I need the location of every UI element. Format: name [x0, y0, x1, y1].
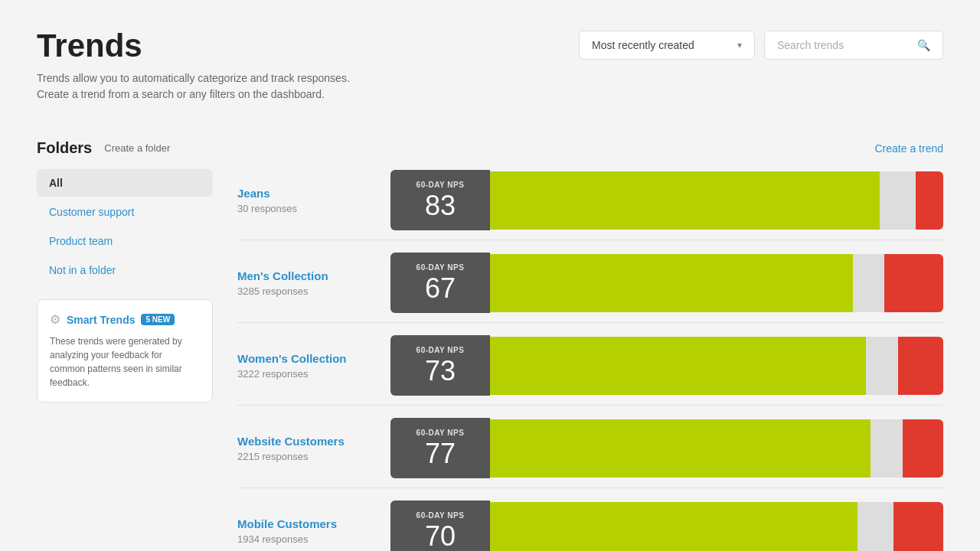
nps-score: 70 [425, 523, 456, 550]
folder-list: All Customer support Product team Not in… [37, 169, 213, 284]
new-badge: 5 NEW [141, 314, 175, 325]
nps-box: 60-DAY NPS 73 [390, 335, 490, 396]
row-divider [237, 487, 943, 488]
sort-dropdown[interactable]: Most recently created ▾ [579, 31, 755, 60]
smart-trends-card: ⚙ Smart Trends 5 NEW These trends were g… [37, 299, 213, 403]
chevron-down-icon: ▾ [737, 40, 742, 51]
table-row: Jeans 30 responses 60-DAY NPS 83 [237, 170, 943, 230]
trend-responses: 3285 responses [237, 285, 378, 297]
sort-label: Most recently created [592, 39, 694, 51]
nps-box: 60-DAY NPS 70 [390, 500, 490, 551]
nps-label: 60-DAY NPS [416, 346, 465, 354]
bar-gray-segment [858, 502, 893, 552]
nps-score: 83 [425, 192, 456, 220]
sidebar-item-not-in-folder[interactable]: Not in a folder [37, 256, 213, 284]
trend-responses: 1934 responses [237, 533, 378, 545]
page-subtitle: Trends allow you to automatically catego… [37, 70, 350, 103]
nps-box: 60-DAY NPS 83 [390, 170, 490, 230]
bar-green-segment [490, 502, 858, 552]
bar-container [490, 502, 943, 552]
bar-red-segment [916, 171, 943, 230]
trend-info: Mobile Customers 1934 responses [237, 517, 390, 545]
search-box: 🔍 [764, 31, 943, 60]
nps-label: 60-DAY NPS [416, 511, 465, 520]
trend-info: Men's Collection 3285 responses [237, 269, 390, 297]
trend-info: Women's Collection 3222 responses [237, 352, 390, 380]
row-divider [237, 322, 943, 323]
sidebar-item-product-team[interactable]: Product team [37, 227, 213, 255]
bar-green-segment [490, 419, 871, 478]
bar-container [490, 337, 943, 395]
nps-box: 60-DAY NPS 77 [390, 418, 490, 478]
nps-box: 60-DAY NPS 67 [390, 253, 490, 313]
trend-name[interactable]: Mobile Customers [237, 517, 378, 530]
trend-name[interactable]: Website Customers [237, 435, 378, 448]
search-icon: 🔍 [917, 39, 930, 51]
row-divider [237, 240, 943, 240]
row-divider [237, 405, 943, 406]
bar-red-segment [903, 419, 943, 478]
create-folder-button[interactable]: Create a folder [104, 142, 170, 154]
sidebar-item-all[interactable]: All [37, 169, 213, 197]
nps-label: 60-DAY NPS [416, 181, 465, 189]
nps-score: 73 [425, 357, 456, 385]
bar-gray-segment [871, 419, 902, 478]
folders-title: Folders [37, 139, 92, 157]
wrench-icon: ⚙ [50, 312, 60, 327]
trend-responses: 2215 responses [237, 451, 378, 462]
bar-container [490, 254, 943, 312]
nps-score: 67 [425, 275, 456, 302]
create-trend-button[interactable]: Create a trend [875, 139, 944, 158]
trend-name[interactable]: Women's Collection [237, 352, 378, 365]
nps-label: 60-DAY NPS [416, 263, 465, 272]
trends-area: Create a trend Jeans 30 responses 60-DAY… [237, 139, 943, 551]
sidebar-item-customer-support[interactable]: Customer support [37, 198, 213, 226]
trend-info: Website Customers 2215 responses [237, 435, 390, 462]
bar-green-segment [490, 254, 853, 312]
nps-score: 77 [425, 440, 456, 468]
bar-gray-segment [866, 337, 897, 395]
nps-label: 60-DAY NPS [416, 429, 465, 437]
table-row: Women's Collection 3222 responses 60-DAY… [237, 335, 943, 396]
page-title: Trends [37, 28, 350, 64]
table-row: Mobile Customers 1934 responses 60-DAY N… [237, 500, 943, 551]
trend-responses: 3222 responses [237, 368, 378, 380]
sidebar: Folders Create a folder All Customer sup… [37, 139, 213, 551]
trend-name[interactable]: Men's Collection [237, 269, 378, 282]
table-row: Men's Collection 3285 responses 60-DAY N… [237, 253, 943, 313]
bar-green-segment [490, 337, 866, 395]
bar-green-segment [490, 171, 880, 230]
smart-trends-label: Smart Trends [67, 314, 135, 326]
bar-red-segment [898, 337, 943, 395]
trend-name[interactable]: Jeans [237, 187, 378, 200]
bar-container [490, 419, 943, 478]
bar-gray-segment [853, 254, 884, 312]
trend-info: Jeans 30 responses [237, 187, 390, 214]
table-row: Website Customers 2215 responses 60-DAY … [237, 418, 943, 478]
search-input[interactable] [777, 39, 911, 51]
bar-red-segment [893, 502, 943, 552]
trend-responses: 30 responses [237, 203, 378, 214]
smart-trends-description: These trends were generated by analyzing… [50, 334, 200, 390]
bar-container [490, 171, 943, 230]
bar-gray-segment [880, 171, 916, 230]
bar-red-segment [884, 254, 943, 312]
